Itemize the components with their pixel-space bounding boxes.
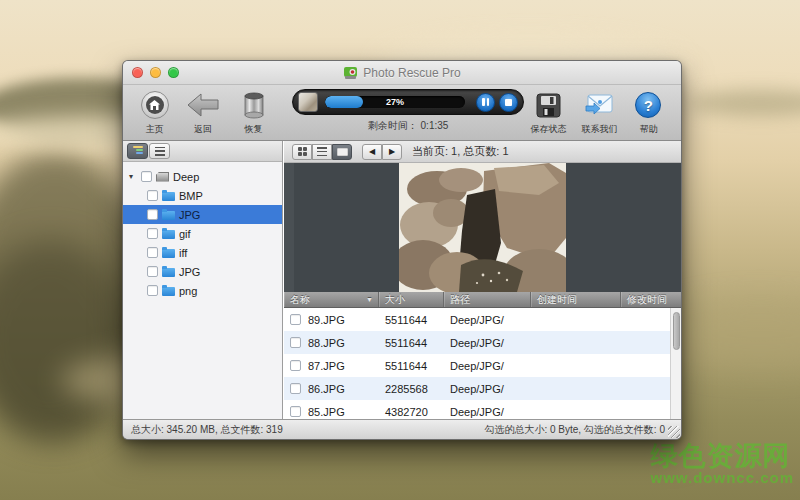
stop-icon: [505, 99, 512, 106]
checkbox[interactable]: [290, 383, 301, 394]
file-name: 85.JPG: [308, 406, 345, 418]
grid-view-icon: [298, 147, 307, 156]
next-arrow-icon: ▶: [389, 147, 395, 156]
folder-icon: [162, 211, 175, 220]
checkbox[interactable]: [147, 209, 158, 220]
home-button[interactable]: 主页: [133, 89, 176, 139]
contact-us-label: 联系我们: [581, 123, 617, 136]
remaining-time: 剩余时间： 0:1:35: [368, 119, 449, 133]
prev-page-button[interactable]: ◀: [362, 144, 382, 160]
restore-button[interactable]: 恢复: [229, 89, 278, 139]
checkbox[interactable]: [141, 171, 152, 182]
table-row[interactable]: 85.JPG 4382720 Deep/JPG/: [284, 400, 681, 421]
scrollbar-thumb[interactable]: [673, 312, 680, 350]
status-totals: 总大小: 345.20 MB, 总文件数: 319: [131, 423, 283, 437]
back-button[interactable]: 返回: [176, 89, 229, 139]
detail-view-icon: [317, 147, 327, 156]
list-view-button[interactable]: [149, 143, 170, 159]
tree-item-label: JPG: [179, 266, 200, 278]
home-icon: [146, 96, 164, 114]
watermark: 绿色资源网 www.downcc.com: [651, 442, 794, 486]
contact-us-button[interactable]: 联系我们: [573, 89, 626, 139]
table-row[interactable]: 86.JPG 2285568 Deep/JPG/: [284, 377, 681, 400]
sort-arrow-icon: ▼: [366, 296, 373, 303]
checkbox[interactable]: [290, 406, 301, 417]
tree-item[interactable]: iff: [123, 243, 282, 262]
main-toolbar: 主页 返回: [123, 85, 681, 141]
checkbox[interactable]: [147, 266, 158, 277]
progress-section: 27% 剩余时间： 0:1:35: [292, 89, 524, 133]
tree-item-selected[interactable]: JPG: [123, 205, 282, 224]
page-nav-control: ◀ ▶: [362, 144, 402, 160]
column-header-path[interactable]: 路径: [444, 292, 531, 307]
next-page-button[interactable]: ▶: [382, 144, 402, 160]
checkbox[interactable]: [147, 190, 158, 201]
drive-icon: [156, 172, 169, 182]
window-title: Photo Rescue Pro: [363, 66, 460, 80]
table-row[interactable]: 89.JPG 5511644 Deep/JPG/: [284, 308, 681, 331]
checkbox[interactable]: [147, 285, 158, 296]
preview-photo[interactable]: [399, 163, 566, 292]
column-header-size[interactable]: 大小: [379, 292, 444, 307]
home-label: 主页: [146, 123, 164, 136]
prev-arrow-icon: ◀: [369, 147, 375, 156]
watermark-line1: 绿色资源网: [651, 442, 794, 470]
folder-icon: [162, 287, 175, 296]
table-row[interactable]: 88.JPG 5511644 Deep/JPG/: [284, 331, 681, 354]
file-table: 89.JPG 5511644 Deep/JPG/ 88.JPG 5511644 …: [284, 308, 681, 421]
save-state-button[interactable]: 保存状态: [524, 89, 573, 139]
file-size: 4382720: [379, 406, 444, 418]
preview-view-button[interactable]: [332, 144, 352, 160]
checkbox[interactable]: [290, 360, 301, 371]
content-area: ▾ Deep BMP JPG: [123, 141, 681, 419]
file-name: 86.JPG: [308, 383, 345, 395]
tree-item[interactable]: gif: [123, 224, 282, 243]
app-window: Photo Rescue Pro 主页: [122, 60, 682, 440]
back-label: 返回: [194, 123, 212, 136]
sidebar: ▾ Deep BMP JPG: [123, 141, 283, 419]
grid-view-button[interactable]: [292, 144, 312, 160]
column-header-created[interactable]: 创建时间: [531, 292, 621, 307]
table-row[interactable]: 87.JPG 5511644 Deep/JPG/: [284, 354, 681, 377]
file-path: Deep/JPG/: [444, 314, 531, 326]
help-button[interactable]: ? 帮助: [626, 89, 671, 139]
tree-view-icon: [133, 146, 143, 156]
folder-icon: [162, 249, 175, 258]
page-info: 当前页: 1, 总页数: 1: [412, 144, 509, 159]
checkbox[interactable]: [147, 228, 158, 239]
wallpaper-trees: [690, 90, 800, 116]
zoom-button[interactable]: [168, 67, 179, 78]
detail-view-button[interactable]: [312, 144, 332, 160]
resize-grip[interactable]: [668, 426, 680, 438]
checkbox[interactable]: [147, 247, 158, 258]
canister-icon: [243, 92, 265, 119]
close-button[interactable]: [132, 67, 143, 78]
preview-edge: [284, 163, 294, 292]
tree-item[interactable]: png: [123, 281, 282, 300]
progress-thumbnail: [298, 92, 318, 112]
tree-item[interactable]: JPG: [123, 262, 282, 281]
title-bar[interactable]: Photo Rescue Pro: [123, 61, 681, 85]
checkbox[interactable]: [290, 337, 301, 348]
file-size: 5511644: [379, 337, 444, 349]
column-header-modified[interactable]: 修改时间: [621, 292, 681, 307]
tree-item-label: gif: [179, 228, 191, 240]
pause-icon: [482, 98, 489, 106]
disclosure-triangle-icon[interactable]: ▾: [129, 173, 137, 181]
tree-item[interactable]: BMP: [123, 186, 282, 205]
checkbox[interactable]: [290, 314, 301, 325]
table-header: 名称 ▼ 大小 路径 创建时间 修改时间: [284, 292, 681, 308]
file-name: 87.JPG: [308, 360, 345, 372]
file-size: 5511644: [379, 314, 444, 326]
progress-module: 27%: [292, 89, 524, 115]
minimize-button[interactable]: [150, 67, 161, 78]
vertical-scrollbar[interactable]: [670, 308, 681, 421]
back-arrow-icon: [187, 92, 219, 118]
tree-item-root[interactable]: ▾ Deep: [123, 167, 282, 186]
status-bar: 总大小: 345.20 MB, 总文件数: 319 勾选的总大小: 0 Byte…: [123, 419, 681, 439]
tree-view-button[interactable]: [127, 143, 148, 159]
column-header-name[interactable]: 名称 ▼: [284, 292, 379, 307]
stop-button[interactable]: [499, 93, 518, 112]
main-panel: ◀ ▶ 当前页: 1, 总页数: 1: [284, 141, 681, 419]
pause-button[interactable]: [476, 93, 495, 112]
